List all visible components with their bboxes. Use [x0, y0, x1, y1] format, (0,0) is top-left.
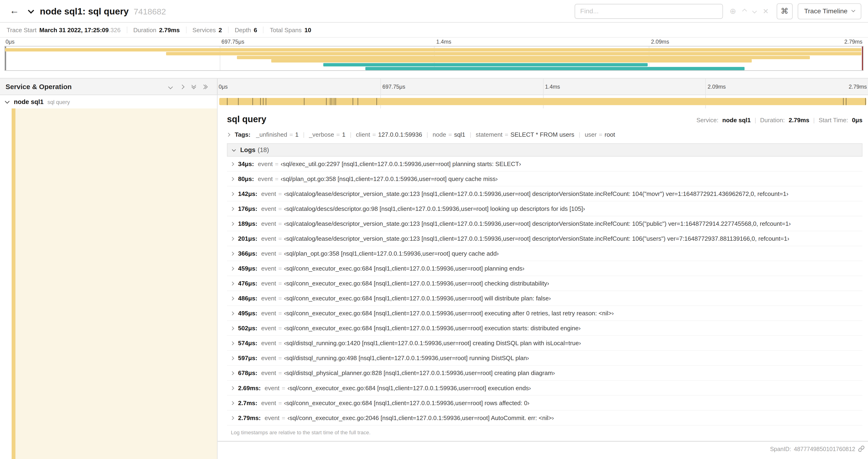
chevron-right-icon [230, 311, 234, 315]
log-field-key: event [265, 415, 280, 421]
span-detail-header: sql query Service: node sql1 | Duration:… [227, 108, 863, 125]
log-row[interactable]: 678μs:event=‹sql/distsql_physical_planne… [227, 366, 863, 381]
log-row[interactable]: 366μs:event=‹sql/plan_opt.go:358 [nsql1,… [227, 246, 863, 261]
logs-list: 34μs:event=‹sql/exec_util.go:2297 [nsql1… [227, 157, 863, 425]
log-row[interactable]: 189μs:event=‹sql/catalog/lease/descripto… [227, 217, 863, 231]
log-timestamp: 597μs: [238, 355, 257, 361]
log-marker [358, 98, 358, 105]
collapse-all-icon[interactable] [204, 85, 207, 88]
logs-header[interactable]: Logs (18) [227, 143, 863, 157]
minimap-canvas[interactable] [4, 46, 864, 71]
span-duration-bar[interactable] [219, 98, 866, 105]
span-service-name: node sql1 [14, 98, 43, 105]
log-field-key: event [261, 370, 276, 376]
tick-label: 1.4ms [545, 84, 560, 90]
log-row[interactable]: 495μs:event=‹sql/conn_executor_exec.go:6… [227, 306, 863, 321]
log-marker [263, 98, 264, 105]
log-field-key: event [261, 399, 276, 406]
log-field-value: ‹sql/catalog/lease/descriptor_version_st… [284, 190, 788, 197]
trace-header-bar: ← node sql1: sql query7418682 ⊕ ✕ ⌘ Trac… [0, 0, 868, 23]
chevron-right-icon [230, 192, 234, 196]
log-timestamp: 366μs: [238, 250, 257, 257]
equals-sign: = [278, 250, 282, 257]
log-timestamp: 176μs: [238, 205, 257, 212]
gridline [543, 78, 543, 95]
log-field-value: ‹sql/distsql_running.go:1420 [nsql1,clie… [284, 340, 581, 346]
log-row[interactable]: 142μs:event=‹sql/catalog/lease/descripto… [227, 186, 863, 201]
equals-sign: = [278, 235, 282, 242]
clear-search-icon[interactable]: ✕ [763, 7, 769, 15]
chevron-down-icon[interactable] [5, 99, 9, 104]
log-row[interactable]: 2.69ms:event=‹sql/conn_executor_exec.go:… [227, 381, 863, 396]
tag-key: user [585, 131, 597, 138]
log-row[interactable]: 574μs:event=‹sql/distsql_running.go:1420… [227, 336, 863, 351]
log-row[interactable]: 176μs:event=‹sql/catalog/descs/descripto… [227, 201, 863, 217]
equals-sign: = [278, 295, 282, 301]
log-row[interactable]: 476μs:event=‹sql/conn_executor_exec.go:6… [227, 276, 863, 291]
equals-sign: = [278, 220, 282, 227]
tags-list: _unfinished=1|_verbose=1|client=127.0.0.… [256, 131, 615, 138]
log-field-value: ‹sql/plan_opt.go:358 [nsql1,client=127.0… [281, 175, 498, 182]
minimap-span-bar [271, 60, 751, 63]
log-row[interactable]: 2.79ms:event=‹sql/conn_executor_exec.go:… [227, 411, 863, 425]
detail-left-gutter [0, 108, 217, 459]
log-field-key: event [258, 160, 273, 167]
divider: | [303, 131, 305, 138]
log-field-key: event [261, 265, 276, 271]
log-row[interactable]: 201μs:event=‹sql/catalog/lease/descripto… [227, 231, 863, 246]
log-row[interactable]: 80μs:event=‹sql/plan_opt.go:358 [nsql1,c… [227, 171, 863, 186]
chevron-right-icon [230, 266, 234, 270]
log-row[interactable]: 597μs:event=‹sql/distsql_running.go:498 … [227, 351, 863, 366]
log-row[interactable]: 502μs:event=‹sql/conn_executor_exec.go:6… [227, 321, 863, 336]
prev-result-icon[interactable] [742, 9, 747, 13]
minimap-tick-labels: 0μs697.75μs1.4ms2.09ms2.79ms [4, 38, 864, 46]
view-selector-button[interactable]: Trace Timeline [798, 3, 861, 19]
log-timestamp: 189μs: [238, 220, 257, 227]
chevron-down-icon [851, 8, 856, 12]
minimap-scrubber-right[interactable] [862, 46, 863, 70]
next-result-icon[interactable] [752, 9, 757, 13]
locate-icon[interactable]: ⊕ [730, 7, 736, 15]
tick-label: 2.09ms [708, 84, 726, 90]
log-marker [260, 98, 260, 105]
back-button[interactable]: ← [6, 3, 22, 19]
log-row[interactable]: 459μs:event=‹sql/conn_executor_exec.go:6… [227, 261, 863, 276]
page-title: node sql1: sql query7418682 [40, 6, 166, 16]
copy-link-icon[interactable] [858, 446, 865, 452]
tag-key: _unfinished [256, 131, 287, 138]
divider: | [579, 131, 580, 138]
find-input[interactable] [575, 3, 723, 19]
span-row-name-cell[interactable]: node sql1 sql query [0, 95, 217, 108]
log-field-key: event [261, 340, 276, 346]
log-field-key: event [261, 205, 276, 212]
span-color-indent-guide [12, 108, 16, 459]
span-row: node sql1 sql query [0, 95, 868, 108]
chevron-right-icon [230, 296, 234, 300]
equals-sign: = [278, 340, 282, 346]
equals-sign: = [336, 131, 340, 138]
chevron-right-icon [230, 341, 234, 345]
collapse-one-icon[interactable] [180, 84, 184, 89]
expand-one-icon[interactable] [168, 84, 173, 89]
log-field-key: event [261, 325, 276, 331]
log-row[interactable]: 2.7ms:event=‹sql/conn_executor_exec.go:6… [227, 396, 863, 411]
log-timestamp: 486μs: [238, 295, 257, 301]
log-row[interactable]: 34μs:event=‹sql/exec_util.go:2297 [nsql1… [227, 157, 863, 171]
chevron-down-icon [232, 147, 236, 151]
tags-accordion[interactable]: Tags: _unfinished=1|_verbose=1|client=12… [227, 131, 863, 138]
chevron-right-icon [230, 236, 234, 240]
log-field-value: ‹sql/exec_util.go:2297 [nsql1,client=127… [281, 160, 521, 167]
start-time-label: Start Time: [818, 117, 848, 123]
log-marker [336, 98, 336, 105]
log-row[interactable]: 486μs:event=‹sql/conn_executor_exec.go:6… [227, 291, 863, 306]
expand-all-icon[interactable] [192, 85, 195, 88]
minimap-span-bar [166, 52, 862, 55]
equals-sign: = [282, 385, 285, 391]
collapse-header-icon[interactable] [28, 7, 34, 14]
log-field-value: ‹sql/distsql_physical_planner.go:828 [ns… [284, 370, 555, 376]
detail-row-highlight [16, 108, 217, 459]
equals-sign: = [278, 205, 282, 212]
keyboard-shortcuts-button[interactable]: ⌘ [777, 3, 793, 19]
summary-label: Total Spans [270, 27, 302, 33]
summary-label: Depth [235, 27, 251, 33]
